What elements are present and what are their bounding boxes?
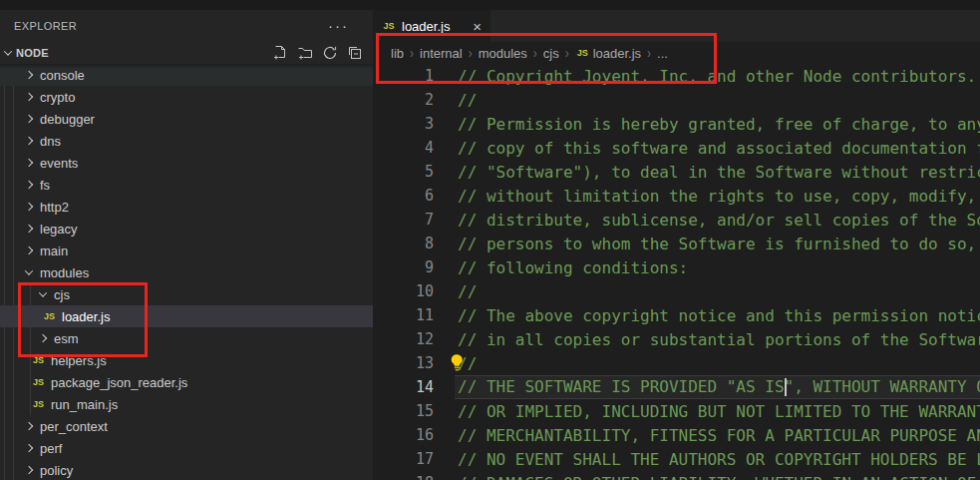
collapse-folders-icon[interactable] xyxy=(347,45,363,61)
breadcrumb-item-loader-js[interactable]: JSloader.js xyxy=(575,46,641,61)
tab-loader-js[interactable]: JS loader.js × xyxy=(373,10,490,42)
code-line[interactable]: 11 // The above copyright notice and thi… xyxy=(373,303,980,327)
line-number: 5 xyxy=(373,163,434,181)
twisty-chevron-icon xyxy=(22,90,36,104)
text-cursor xyxy=(785,378,787,396)
breadcrumb-item-label: modules xyxy=(479,46,527,61)
line-text: // MERCHANTABILITY, FITNESS FOR A PARTIC… xyxy=(458,426,980,445)
line-number: 14 xyxy=(373,378,434,396)
breadcrumb-item-internal[interactable]: internal xyxy=(420,46,463,61)
tree-item-crypto[interactable]: crypto xyxy=(0,86,373,108)
line-text: // OR IMPLIED, INCLUDING BUT NOT LIMITED… xyxy=(458,402,980,421)
tree-item-per-context[interactable]: per_context xyxy=(0,415,373,437)
js-file-icon: JS xyxy=(31,399,46,409)
file-tree: console crypto debugger dns events fs ht… xyxy=(0,64,373,480)
tree-item-legacy[interactable]: legacy xyxy=(0,218,373,240)
code-line[interactable]: 6 // without limitation the rights to us… xyxy=(373,184,980,208)
tree-item-label: console xyxy=(40,68,85,83)
node-section-header[interactable]: NODE xyxy=(0,42,373,64)
line-number: 12 xyxy=(373,330,434,348)
chevron-down-icon xyxy=(4,47,12,55)
tree-item-loader-js[interactable]: JS loader.js xyxy=(0,305,373,327)
breadcrumb-separator-icon: › xyxy=(410,45,414,62)
line-text: // following conditions: xyxy=(458,258,688,277)
code-line[interactable]: 8 // persons to whom the Software is fur… xyxy=(373,232,980,255)
breadcrumb-item-modules[interactable]: modules xyxy=(479,46,527,61)
tree-item-policy[interactable]: policy xyxy=(0,459,373,480)
tree-item-events[interactable]: events xyxy=(0,152,373,174)
code-editor[interactable]: 1 // Copyright Joyent, Inc. and other No… xyxy=(373,64,980,480)
code-line[interactable]: 16 // MERCHANTABILITY, FITNESS FOR A PAR… xyxy=(373,423,980,447)
tree-item-fs[interactable]: fs xyxy=(0,174,373,196)
line-text: // NO EVENT SHALL THE AUTHORS OR COPYRIG… xyxy=(458,450,980,469)
line-text: // xyxy=(458,91,477,110)
tree-item-main[interactable]: main xyxy=(0,240,373,261)
code-line[interactable]: 13 // xyxy=(373,351,980,375)
tree-item-label: dns xyxy=(40,134,61,149)
code-line[interactable]: 4 // copy of this software and associate… xyxy=(373,136,980,160)
tree-item-http2[interactable]: http2 xyxy=(0,196,373,218)
line-number: 8 xyxy=(373,235,434,252)
twisty-chevron-icon xyxy=(22,463,36,477)
line-number: 6 xyxy=(373,187,434,205)
breadcrumb-item-label: ... xyxy=(657,46,668,61)
line-text: // without limitation the rights to use,… xyxy=(458,187,980,206)
line-text: // persons to whom the Software is furni… xyxy=(458,235,980,253)
tree-item-debugger[interactable]: debugger xyxy=(0,108,373,130)
tree-item-modules[interactable]: modules xyxy=(0,261,373,283)
tree-item-esm[interactable]: esm xyxy=(0,327,373,349)
more-actions-button[interactable]: ··· xyxy=(328,21,349,31)
line-number: 11 xyxy=(373,306,434,324)
tree-item-label: cjs xyxy=(54,287,70,302)
code-line[interactable]: 17 // NO EVENT SHALL THE AUTHORS OR COPY… xyxy=(373,447,980,471)
refresh-icon[interactable] xyxy=(322,45,338,61)
tree-item-dns[interactable]: dns xyxy=(0,130,373,152)
line-text: // Copyright Joyent, Inc. and other Node… xyxy=(458,67,976,86)
tree-item-package-json-reader-js[interactable]: JS package_json_reader.js xyxy=(0,371,373,393)
code-line[interactable]: 14 // THE SOFTWARE IS PROVIDED "AS IS", … xyxy=(373,375,980,399)
tree-item-cjs[interactable]: cjs xyxy=(0,283,373,305)
code-line[interactable]: 9 // following conditions: xyxy=(373,255,980,279)
breadcrumb-item--[interactable]: ... xyxy=(657,46,668,61)
tree-item-helpers-js[interactable]: JS helpers.js xyxy=(0,349,373,371)
tree-item-console[interactable]: console xyxy=(0,64,373,86)
tree-item-label: run_main.js xyxy=(51,397,118,412)
lightbulb-code-action-icon[interactable] xyxy=(449,353,466,376)
workbench: EXPLORER ··· NODE xyxy=(0,10,980,480)
line-text: // The above copyright notice and this p… xyxy=(458,306,980,325)
twisty-chevron-icon xyxy=(36,287,50,301)
line-number: 16 xyxy=(373,426,434,444)
breadcrumb-item-label: internal xyxy=(420,46,463,61)
code-line[interactable]: 5 // "Software"), to deal in the Softwar… xyxy=(373,160,980,184)
new-file-icon[interactable] xyxy=(272,45,288,61)
tree-item-label: main xyxy=(40,243,68,258)
tree-item-run-main-js[interactable]: JS run_main.js xyxy=(0,393,373,415)
twisty-chevron-icon xyxy=(22,265,36,279)
line-number: 1 xyxy=(373,67,434,85)
line-number: 7 xyxy=(373,211,434,229)
code-line[interactable]: 3 // Permission is hereby granted, free … xyxy=(373,112,980,136)
breadcrumb-item-cjs[interactable]: cjs xyxy=(543,46,559,61)
tab-bar: JS loader.js × xyxy=(373,10,980,42)
code-line[interactable]: 7 // distribute, sublicense, and/or sell… xyxy=(373,208,980,232)
code-line[interactable]: 1 // Copyright Joyent, Inc. and other No… xyxy=(373,64,980,88)
code-line[interactable]: 2 // xyxy=(373,88,980,112)
code-line[interactable]: 10 // xyxy=(373,279,980,303)
line-text: // THE SOFTWARE IS PROVIDED "AS IS", WIT… xyxy=(458,377,980,397)
tree-item-perf[interactable]: perf xyxy=(0,437,373,459)
breadcrumb: lib›internal›modules›cjs›JSloader.js›... xyxy=(373,42,980,64)
tree-item-label: helpers.js xyxy=(51,353,107,368)
twisty-chevron-icon xyxy=(22,68,36,82)
new-folder-icon[interactable] xyxy=(297,45,313,61)
code-line[interactable]: 12 // in all copies or substantial porti… xyxy=(373,327,980,351)
line-number: 4 xyxy=(373,139,434,157)
explorer-header: EXPLORER ··· xyxy=(0,10,373,42)
close-icon[interactable]: × xyxy=(473,19,482,34)
line-text: // xyxy=(458,282,477,301)
code-line[interactable]: 18 // DAMAGES OR OTHER LIABILITY, WHETHE… xyxy=(373,471,980,480)
breadcrumb-item-lib[interactable]: lib xyxy=(391,46,404,61)
code-line[interactable]: 15 // OR IMPLIED, INCLUDING BUT NOT LIMI… xyxy=(373,399,980,423)
breadcrumb-item-label: lib xyxy=(391,46,404,61)
breadcrumb-separator-icon: › xyxy=(469,45,473,62)
breadcrumb-item-label: loader.js xyxy=(593,46,641,61)
